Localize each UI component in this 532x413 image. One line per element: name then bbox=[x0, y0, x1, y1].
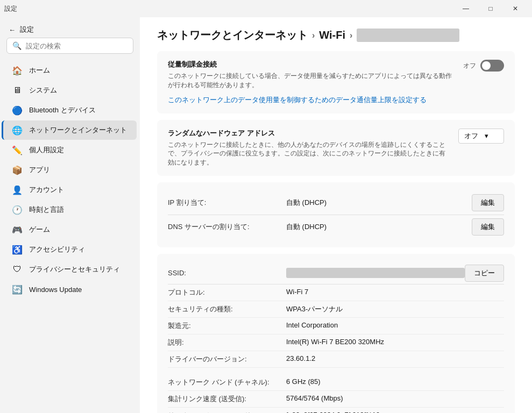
nav-label-time: 時刻と言語 bbox=[29, 205, 64, 215]
sidebar-item-apps[interactable]: 📦 アプリ bbox=[3, 160, 137, 180]
metered-connection-label: 従量制課金接続 bbox=[168, 60, 455, 69]
dns-assignment-value: 自動 (DHCP) bbox=[286, 222, 472, 232]
driver-label: ドライバーのバージョン: bbox=[168, 354, 286, 364]
back-button[interactable]: ← 設定 bbox=[0, 22, 140, 38]
sidebar-item-accessibility[interactable]: ♿ アクセシビリティ bbox=[3, 240, 137, 259]
ip-assignment-value: 自動 (DHCP) bbox=[286, 198, 472, 208]
breadcrumb-network[interactable]: ネットワークとインターネット bbox=[157, 28, 308, 42]
nav-icon-bluetooth: 🔵 bbox=[12, 105, 23, 116]
nav-icon-personalization: ✏️ bbox=[12, 145, 23, 155]
ip-assignment-info: IP 割り当て: 自動 (DHCP) bbox=[168, 198, 472, 208]
nav-label-system: システム bbox=[29, 86, 57, 95]
sidebar-item-home[interactable]: 🏠 ホーム bbox=[3, 61, 137, 80]
sidebar-item-system[interactable]: 🖥 システム bbox=[3, 81, 137, 100]
nav-label-bluetooth: Bluetooth とデバイス bbox=[29, 105, 96, 115]
random-mac-text: ランダムなハードウェア アドレス このネットワークに接続したときに、他の人があな… bbox=[168, 129, 450, 167]
random-mac-section: ランダムなハードウェア アドレス このネットワークに接続したときに、他の人があな… bbox=[157, 120, 515, 176]
nav-label-privacy: プライバシーとセキュリティ bbox=[29, 265, 120, 274]
close-button[interactable]: ✕ bbox=[503, 0, 528, 17]
driver-row: ドライバーのバージョン: 23.60.1.2 bbox=[168, 351, 504, 368]
breadcrumb-wifi[interactable]: Wi-Fi bbox=[319, 29, 345, 41]
sidebar-item-gaming[interactable]: 🎮 ゲーム bbox=[3, 220, 137, 239]
random-mac-dropdown-value: オフ bbox=[464, 131, 478, 141]
nav-label-gaming: ゲーム bbox=[29, 225, 50, 234]
network-details-section: SSID: ██████████ コピー プロトコル: Wi-Fi 7 セキュリ… bbox=[157, 254, 515, 413]
search-box: 🔍 bbox=[6, 38, 133, 54]
sidebar-item-network[interactable]: 🌐 ネットワークとインターネット bbox=[2, 120, 137, 140]
description-row: 説明: Intel(R) Wi-Fi 7 BE200 320MHz bbox=[168, 334, 504, 351]
ssid-value: ██████████ bbox=[286, 268, 465, 278]
ip-assignment-row: IP 割り当て: 自動 (DHCP) 編集 bbox=[168, 191, 504, 215]
random-mac-desc: このネットワークに接続したときに、他の人があなたのデバイスの場所を追跡しにくくす… bbox=[168, 140, 450, 167]
nav-icon-network: 🌐 bbox=[12, 125, 23, 136]
dns-assignment-label: DNS サーバーの割り当て: bbox=[168, 222, 286, 232]
back-icon: ← bbox=[9, 26, 16, 34]
sidebar: ← 設定 🔍 🏠 ホーム 🖥 システム 🔵 Bluetooth とデバイス 🌐 … bbox=[0, 17, 140, 413]
ssid-copy-button[interactable]: コピー bbox=[465, 265, 504, 282]
sidebar-item-privacy[interactable]: 🛡 プライバシーとセキュリティ bbox=[3, 260, 137, 279]
description-label: 説明: bbox=[168, 338, 286, 347]
link-speed-row: 集計リンク速度 (送受信): 5764/5764 (Mbps) bbox=[168, 391, 504, 408]
app-container: ← 設定 🔍 🏠 ホーム 🖥 システム 🔵 Bluetooth とデバイス 🌐 … bbox=[0, 17, 532, 413]
dns-assignment-info: DNS サーバーの割り当て: 自動 (DHCP) bbox=[168, 222, 472, 232]
metered-connection-text: 従量制課金接続 このネットワークに接続している場合、データ使用量を減らすためにア… bbox=[168, 60, 455, 90]
nav-label-update: Windows Update bbox=[29, 286, 82, 294]
random-mac-label: ランダムなハードウェア アドレス bbox=[168, 129, 450, 138]
dns-assignment-row: DNS サーバーの割り当て: 自動 (DHCP) 編集 bbox=[168, 215, 504, 239]
metered-connection-desc: このネットワークに接続している場合、データ使用量を減らすためにアプリによっては異… bbox=[168, 72, 455, 90]
network-band-label: ネットワーク バンド (チャネル): bbox=[168, 378, 286, 387]
breadcrumb-sep-1: › bbox=[312, 31, 315, 40]
metered-connection-row: 従量制課金接続 このネットワークに接続している場合、データ使用量を減らすためにア… bbox=[168, 60, 504, 90]
nav-icon-time: 🕐 bbox=[12, 204, 23, 215]
nav-icon-apps: 📦 bbox=[12, 165, 23, 175]
nav-icon-system: 🖥 bbox=[12, 85, 23, 96]
link-speed-value: 5764/5764 (Mbps) bbox=[286, 394, 504, 402]
nav-label-accounts: アカウント bbox=[29, 185, 64, 195]
search-input[interactable] bbox=[26, 42, 127, 50]
sidebar-item-accounts[interactable]: 👤 アカウント bbox=[3, 180, 137, 200]
nav-label-personalization: 個人用設定 bbox=[29, 145, 64, 155]
data-limit-link[interactable]: このネットワーク上のデータ使用量を制御するためのデータ通信量上限を設定する bbox=[168, 95, 427, 105]
breadcrumb: ネットワークとインターネット › Wi-Fi › ██████████████ bbox=[140, 17, 532, 51]
random-mac-dropdown[interactable]: オフ ▾ bbox=[458, 129, 504, 144]
content-area: 従量制課金接続 このネットワークに接続している場合、データ使用量を減らすためにア… bbox=[140, 51, 532, 413]
nav-label-network: ネットワークとインターネット bbox=[29, 125, 127, 135]
link-speed-label: 集計リンク速度 (送受信): bbox=[168, 394, 286, 404]
sidebar-title: 設定 bbox=[20, 25, 34, 34]
ip-assignment-label: IP 割り当て: bbox=[168, 198, 286, 208]
nav-icon-gaming: 🎮 bbox=[12, 224, 23, 235]
random-mac-row: ランダムなハードウェア アドレス このネットワークに接続したときに、他の人があな… bbox=[168, 129, 504, 167]
sidebar-item-personalization[interactable]: ✏️ 個人用設定 bbox=[3, 140, 137, 160]
nav-label-home: ホーム bbox=[29, 66, 50, 75]
main-content: ネットワークとインターネット › Wi-Fi › ██████████████ … bbox=[140, 17, 532, 413]
ip-assignment-edit-button[interactable]: 編集 bbox=[472, 194, 504, 211]
breadcrumb-current: ██████████████ bbox=[357, 29, 459, 42]
metered-toggle[interactable] bbox=[480, 60, 504, 72]
driver-value: 23.60.1.2 bbox=[286, 354, 504, 362]
nav-icon-accessibility: ♿ bbox=[12, 244, 23, 255]
description-value: Intel(R) Wi-Fi 7 BE200 320MHz bbox=[286, 338, 504, 346]
manufacturer-label: 製造元: bbox=[168, 321, 286, 331]
breadcrumb-sep-2: › bbox=[350, 31, 352, 40]
nav-icon-privacy: 🛡 bbox=[12, 264, 23, 275]
nav-icon-accounts: 👤 bbox=[12, 184, 23, 195]
maximize-button[interactable]: □ bbox=[478, 0, 503, 17]
sidebar-item-time[interactable]: 🕐 時刻と言語 bbox=[3, 200, 137, 219]
security-value: WPA3-パーソナル bbox=[286, 304, 504, 314]
search-icon: 🔍 bbox=[12, 41, 22, 50]
ipv6-value: fe80::8f67:6024:9a7f:913f%19 bbox=[286, 411, 504, 413]
minimize-button[interactable]: — bbox=[453, 0, 478, 17]
spacer bbox=[168, 368, 504, 374]
dns-assignment-edit-button[interactable]: 編集 bbox=[472, 218, 504, 236]
ipv6-row: リンク ローカル IPv6 アドレス: fe80::8f67:6024:9a7f… bbox=[168, 408, 504, 413]
nav-icon-home: 🏠 bbox=[12, 65, 23, 76]
ssid-info: SSID: ██████████ bbox=[168, 268, 465, 278]
nav-list: 🏠 ホーム 🖥 システム 🔵 Bluetooth とデバイス 🌐 ネットワークと… bbox=[0, 60, 140, 300]
titlebar-controls: — □ ✕ bbox=[453, 0, 528, 17]
sidebar-item-bluetooth[interactable]: 🔵 Bluetooth とデバイス bbox=[3, 101, 137, 120]
sidebar-item-update[interactable]: 🔄 Windows Update bbox=[3, 280, 137, 299]
security-label: セキュリティの種類: bbox=[168, 304, 286, 314]
protocol-label: プロトコル: bbox=[168, 288, 286, 297]
protocol-value: Wi-Fi 7 bbox=[286, 288, 504, 296]
metered-toggle-label: オフ bbox=[463, 61, 476, 70]
